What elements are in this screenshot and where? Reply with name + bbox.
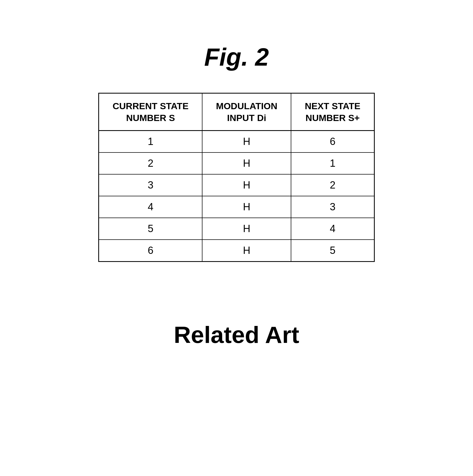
table-row: 6 H 5 (99, 240, 374, 262)
table-row: 2 H 1 (99, 152, 374, 174)
cell-next-state: 5 (291, 240, 374, 262)
state-table: CURRENT STATENUMBER S MODULATIONINPUT Di… (98, 93, 374, 262)
cell-modulation-input: H (202, 152, 291, 174)
related-art-label: Related Art (174, 321, 299, 349)
figure-title: Fig. 2 (204, 43, 269, 71)
cell-next-state: 3 (291, 196, 374, 218)
cell-current-state: 6 (99, 240, 202, 262)
header-next-state: NEXT STATENUMBER S+ (291, 93, 374, 131)
cell-next-state: 2 (291, 174, 374, 196)
cell-modulation-input: H (202, 174, 291, 196)
header-modulation-input: MODULATIONINPUT Di (202, 93, 291, 131)
table-header-row: CURRENT STATENUMBER S MODULATIONINPUT Di… (99, 93, 374, 131)
page-container: Fig. 2 CURRENT STATENUMBER S MODULATIONI… (0, 0, 473, 476)
cell-modulation-input: H (202, 131, 291, 153)
cell-modulation-input: H (202, 240, 291, 262)
table-wrapper: CURRENT STATENUMBER S MODULATIONINPUT Di… (98, 93, 374, 262)
cell-modulation-input: H (202, 218, 291, 240)
table-row: 5 H 4 (99, 218, 374, 240)
cell-next-state: 6 (291, 131, 374, 153)
table-row: 3 H 2 (99, 174, 374, 196)
cell-current-state: 4 (99, 196, 202, 218)
cell-current-state: 2 (99, 152, 202, 174)
cell-current-state: 5 (99, 218, 202, 240)
header-current-state: CURRENT STATENUMBER S (99, 93, 202, 131)
cell-current-state: 1 (99, 131, 202, 153)
cell-modulation-input: H (202, 196, 291, 218)
cell-next-state: 4 (291, 218, 374, 240)
cell-current-state: 3 (99, 174, 202, 196)
cell-next-state: 1 (291, 152, 374, 174)
table-body: 1 H 6 2 H 1 3 H 2 4 H 3 (99, 131, 374, 262)
table-row: 4 H 3 (99, 196, 374, 218)
table-row: 1 H 6 (99, 131, 374, 153)
